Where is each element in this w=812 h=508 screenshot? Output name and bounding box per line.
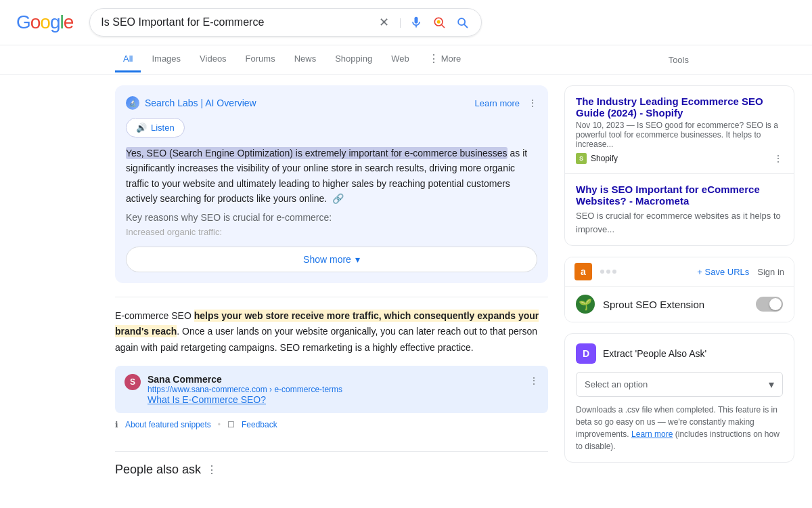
people-ask-options-icon[interactable]: ⋮ (206, 463, 217, 476)
sprout-row: 🌱 Sprout SEO Extension (565, 287, 794, 322)
sprout-icon: 🌱 (576, 295, 595, 314)
nav-item-more[interactable]: ⋮ More (420, 45, 470, 74)
ext-actions: + Save URLs Sign in (697, 267, 784, 277)
people-also-ask-title: People also ask ⋮ (115, 463, 548, 477)
ai-overview-header: 🔬 Search Labs | AI Overview Learn more ⋮ (126, 96, 537, 110)
rc-source-1: S Shopify ⋮ (576, 153, 783, 164)
extract-header: D Extract 'People Also Ask' (576, 343, 783, 364)
flask-icon: 🔬 (126, 96, 139, 110)
svg-point-1 (437, 20, 441, 24)
right-results-card: The Industry Leading Ecommerce SEO Guide… (564, 85, 794, 246)
right-result-item-2: Why is SEO Important for eCommerce Websi… (565, 174, 794, 245)
rc-title-1[interactable]: The Industry Leading Ecommerce SEO Guide… (576, 96, 783, 119)
extract-desc: Downloads a .csv file when completed. Th… (576, 404, 783, 452)
extract-card: D Extract 'People Also Ask' Select an op… (564, 333, 794, 463)
extract-learn-more[interactable]: Learn more (631, 429, 673, 439)
ext-a-icon: a (574, 263, 592, 280)
feedback-link[interactable]: Feedback (242, 420, 277, 429)
ai-title-group: 🔬 Search Labs | AI Overview (126, 96, 256, 110)
rc-title-2[interactable]: Why is SEO Important for eCommerce Websi… (576, 184, 783, 207)
ai-learn-more[interactable]: Learn more (475, 98, 520, 108)
about-snippets-link[interactable]: About featured snippets (125, 420, 211, 429)
ai-subtext: Key reasons why SEO is crucial for e-com… (126, 212, 537, 223)
source-info: Sana Commerce https://www.sana-commerce.… (148, 374, 522, 405)
source-name: Sana Commerce (148, 374, 522, 385)
rc-options-icon-1[interactable]: ⋮ (773, 153, 783, 164)
left-column: 🔬 Search Labs | AI Overview Learn more ⋮… (115, 85, 548, 508)
result-intro: E-commerce SEO (115, 310, 194, 321)
main-layout: 🔬 Search Labs | AI Overview Learn more ⋮… (0, 75, 812, 508)
search-icon-group: ✕ | (376, 14, 471, 30)
nav-item-forums[interactable]: Forums (238, 47, 284, 72)
ext-dot-2 (606, 270, 610, 274)
speaker-icon: 🔊 (136, 123, 147, 133)
info-icon: ℹ (115, 420, 118, 429)
clear-icon[interactable]: ✕ (376, 14, 392, 30)
link-icon: 🔗 (332, 193, 344, 204)
result-rest: . Once a user lands on your website orga… (115, 326, 537, 353)
save-urls-button[interactable]: + Save URLs (697, 267, 749, 277)
source-logo: S (125, 374, 141, 390)
extract-icon: D (576, 343, 596, 364)
ai-overview-title: Search Labs | AI Overview (145, 98, 256, 108)
checkbox-icon: ☐ (227, 420, 235, 429)
rc-meta-1: Nov 10, 2023 — Is SEO good for ecommerce… (576, 121, 783, 149)
source-url: https://www.sana-commerce.com › e-commer… (148, 385, 522, 394)
nav-item-web[interactable]: Web (383, 47, 418, 72)
source-link[interactable]: What Is E-Commerce SEO? (148, 394, 522, 405)
nav-item-shopping[interactable]: Shopping (327, 47, 380, 72)
google-logo: Google (16, 12, 73, 33)
show-more-button[interactable]: Show more ▾ (126, 247, 537, 272)
ai-header-right: Learn more ⋮ (475, 98, 537, 108)
rc-source-name-1: Shopify (591, 154, 618, 163)
result-text: E-commerce SEO helps your web store rece… (115, 308, 548, 356)
ext-dot-1 (600, 270, 604, 274)
rc-desc-2: SEO is crucial for ecommerce websites as… (576, 209, 783, 236)
extract-title: Extract 'People Also Ask' (603, 348, 706, 359)
people-also-ask-section: People also ask ⋮ (115, 451, 548, 477)
mic-icon[interactable] (408, 14, 424, 30)
chevron-down-icon: ▾ (355, 254, 360, 265)
ai-options-icon[interactable]: ⋮ (528, 98, 537, 108)
source-box: S Sana Commerce https://www.sana-commerc… (115, 366, 548, 413)
search-button[interactable] (454, 14, 470, 30)
select-placeholder: Select an option (585, 379, 648, 389)
nav-item-videos[interactable]: Videos (191, 47, 235, 72)
ai-overview-content: Yes, SEO (Search Engine Optimization) is… (126, 146, 537, 207)
nav-item-all[interactable]: All (115, 47, 141, 72)
sprout-toggle[interactable] (756, 297, 783, 312)
ext-header: a + Save URLs Sign in (565, 257, 794, 287)
select-dropdown[interactable]: Select an option ▾ (576, 372, 783, 397)
ai-overview-card: 🔬 Search Labs | AI Overview Learn more ⋮… (115, 85, 548, 283)
nav-tools[interactable]: Tools (660, 48, 697, 72)
nav-bar: All Images Videos Forums News Shopping W… (0, 45, 812, 75)
ai-faded-text: Increased organic traffic: (126, 227, 537, 237)
ai-highlight-text: Yes, SEO (Search Engine Optimization) is… (126, 147, 508, 159)
lens-icon[interactable] (431, 14, 447, 30)
nav-item-images[interactable]: Images (143, 47, 189, 72)
header: Google Is SEO Important for E-commerce ✕… (0, 0, 812, 45)
sprout-name: Sprout SEO Extension (603, 299, 704, 310)
search-bar[interactable]: Is SEO Important for E-commerce ✕ | (89, 8, 482, 37)
extension-card: a + Save URLs Sign in 🌱 Sprout SEO Exten… (564, 257, 794, 322)
snippets-bar: ℹ About featured snippets • ☐ Feedback (115, 420, 548, 429)
shopify-logo: S (576, 153, 587, 164)
ext-dot-3 (612, 270, 616, 274)
bullet-separator: • (218, 420, 221, 429)
right-column: The Industry Leading Ecommerce SEO Guide… (564, 85, 794, 508)
main-result-section: E-commerce SEO helps your web store rece… (115, 297, 548, 440)
sign-in-button[interactable]: Sign in (757, 267, 784, 277)
source-options-icon[interactable]: ⋮ (529, 375, 539, 386)
ext-dots (600, 270, 616, 274)
listen-button[interactable]: 🔊 Listen (126, 118, 185, 137)
chevron-down-icon: ▾ (769, 378, 774, 391)
nav-item-news[interactable]: News (286, 47, 325, 72)
right-result-item-1: The Industry Leading Ecommerce SEO Guide… (565, 86, 794, 174)
search-input[interactable]: Is SEO Important for E-commerce (101, 16, 369, 28)
